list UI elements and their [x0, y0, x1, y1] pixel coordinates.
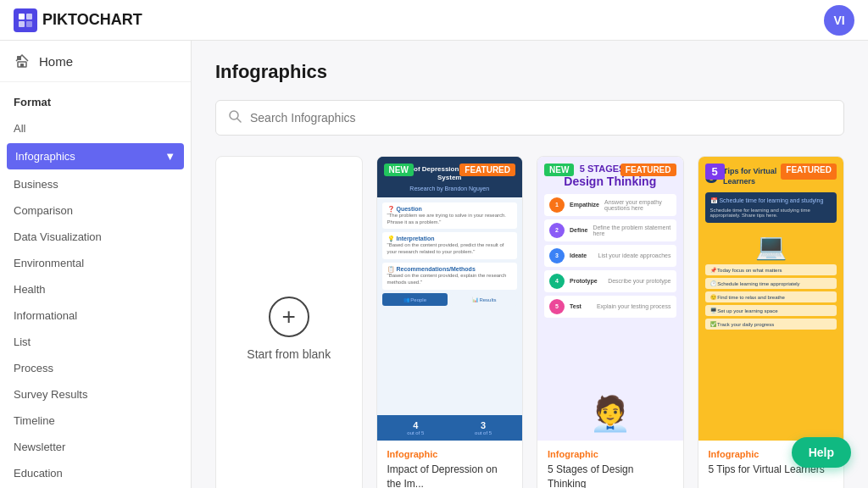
badge-featured-virtual: FEATURED	[781, 164, 837, 180]
svg-rect-3	[26, 21, 32, 27]
home-icon	[14, 53, 31, 69]
template-card-design-thinking[interactable]: 5 STAGES OFDesign Thinking 1 Empathize A…	[537, 156, 684, 488]
add-icon: +	[269, 297, 309, 337]
card-image-design: 5 STAGES OFDesign Thinking 1 Empathize A…	[537, 157, 683, 441]
sidebar-item-business[interactable]: Business	[0, 171, 191, 197]
sidebar-item-newsletter[interactable]: Newsletter	[0, 434, 191, 460]
sidebar-item-list[interactable]: List	[0, 329, 191, 355]
sidebar-item-education[interactable]: Education	[0, 460, 191, 486]
help-button[interactable]: Help	[792, 437, 851, 468]
svg-line-8	[237, 119, 241, 122]
svg-rect-1	[26, 14, 32, 19]
sidebar-item-environmental[interactable]: Environmental	[0, 250, 191, 276]
sidebar-item-all[interactable]: All	[0, 115, 191, 141]
page-title: Infographics	[215, 61, 844, 83]
logo-icon	[14, 8, 37, 32]
sidebar-item-survey-results[interactable]: Survey Results	[0, 381, 191, 408]
card-image-virtual: 5 Tips for VirtualLearners 📅 Schedule ti…	[698, 157, 844, 441]
sidebar-item-all-label: All	[14, 122, 25, 135]
avatar[interactable]: VI	[824, 5, 854, 36]
search-icon	[228, 109, 242, 126]
infographic-header-sub: Research by Brandon Nguyen	[386, 185, 515, 192]
sidebar-item-health[interactable]: Health	[0, 276, 191, 302]
badge-featured-depression: FEATURED	[459, 164, 515, 176]
blank-template-card[interactable]: + Start from blank	[215, 156, 363, 488]
chevron-down-icon: ▼	[164, 150, 175, 163]
svg-rect-0	[19, 14, 25, 19]
sidebar-item-timeline[interactable]: Timeline	[0, 408, 191, 434]
logo[interactable]: PIKTOCHART	[14, 8, 142, 32]
main-content: Infographics + Start from blank	[192, 41, 868, 488]
sidebar-item-process[interactable]: Process	[0, 355, 191, 381]
home-button[interactable]: Home	[0, 41, 191, 82]
svg-rect-6	[20, 64, 24, 67]
card-title-design: 5 Stages of Design Thinking	[548, 463, 673, 488]
sidebar: Home Format All Infographics ▼ Business …	[0, 41, 192, 488]
format-label: Format	[0, 82, 191, 115]
sidebar-item-comparison[interactable]: Comparison	[0, 197, 191, 224]
badge-new-depression: NEW	[384, 164, 414, 176]
svg-rect-2	[19, 21, 25, 27]
badge-number-virtual: 5	[705, 164, 725, 180]
logo-text: PIKTOCHART	[42, 11, 142, 29]
blank-label: Start from blank	[247, 347, 331, 361]
card-type-design: Infographic	[548, 449, 673, 459]
sidebar-item-infographics[interactable]: Infographics ▼	[7, 143, 184, 169]
badge-featured-design: FEATURED	[620, 164, 676, 176]
sidebar-item-informational[interactable]: Informational	[0, 302, 191, 329]
template-card-depression[interactable]: Impact of Depression on the Immune Syste…	[376, 156, 524, 488]
card-image-depression: Impact of Depression on the Immune Syste…	[377, 157, 523, 441]
search-bar	[215, 100, 844, 136]
home-label: Home	[39, 54, 73, 69]
card-type-depression: Infographic	[387, 449, 513, 459]
card-title-depression: Impact of Depression on the Im...	[387, 463, 513, 488]
sidebar-item-data-visualization[interactable]: Data Visualization	[0, 224, 191, 250]
topbar: PIKTOCHART VI	[0, 0, 868, 41]
search-input[interactable]	[250, 111, 832, 125]
templates-grid: + Start from blank Impact of Depression …	[215, 156, 844, 488]
sidebar-item-infographics-label: Infographics	[15, 150, 75, 163]
badge-new-design: NEW	[544, 164, 574, 176]
